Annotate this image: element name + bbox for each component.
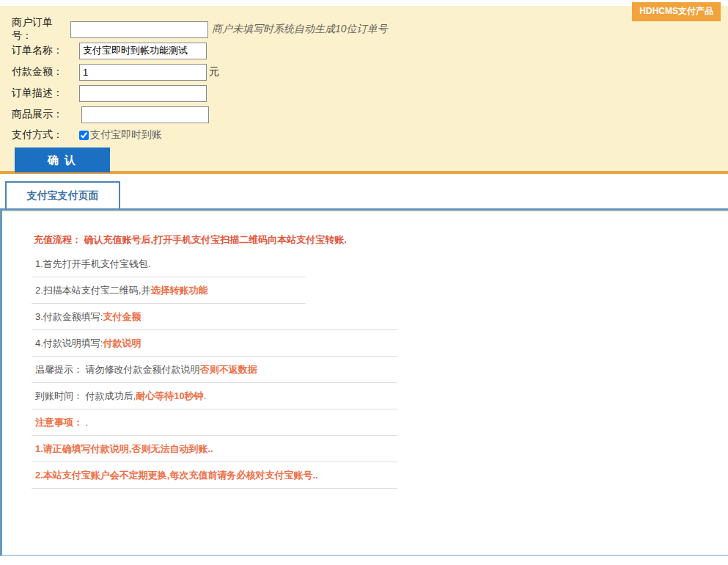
list-item: 温馨提示： 请勿修改付款金额付款说明否则不返数据 [32,357,397,383]
amount-unit: 元 [209,65,219,79]
item-text: . [204,390,207,401]
item-text: 1.首先打开手机支付宝钱包. [35,258,150,269]
list-item: 3.付款金额填写:支付金额 [32,304,397,330]
merchant-order-input[interactable] [70,21,208,38]
alipay-instructions-panel: 充值流程： 确认充值账号后,打开手机支付宝扫描二维码向本站支付宝转账. 1.首先… [0,208,728,556]
tab-alipay-payment-page[interactable]: 支付宝支付页面 [5,181,120,208]
instruction-list: 1.首先打开手机支付宝钱包.2.扫描本站支付宝二维码,并选择转账功能3.付款金额… [32,251,728,489]
item-emphasis-text: 支付金额 [103,311,141,322]
alipay-instant-checkbox[interactable] [79,131,89,140]
form-row-order-name: 订单名称： [12,42,728,59]
divider-accent-line [2,211,728,212]
payment-method-label: 支付方式： [12,128,70,142]
alipay-instant-checkbox-label: 支付宝即时到账 [90,128,162,142]
list-item: 2.本站支付宝账户会不定期更换,每次充值前请务必核对支付宝账号.. [32,462,397,489]
item-emphasis-text: 注意事项： [35,417,83,428]
item-text: 4.付款说明填写: [35,338,103,349]
item-emphasis-text: 否则不返数据 [200,364,257,375]
list-item: 1.请正确填写付款说明,否则无法自动到账.. [32,436,397,462]
order-name-input[interactable] [79,43,207,59]
order-desc-input[interactable] [79,85,207,102]
product-display-label: 商品展示： [12,108,70,121]
item-emphasis-text: 选择转账功能 [150,285,207,296]
list-item: 1.首先打开手机支付宝钱包. [32,251,306,277]
list-item: 到账时间： 付款成功后,耐心等待10秒钟. [32,383,397,409]
confirm-button[interactable]: 确 认 [15,147,110,172]
item-text: . [83,417,88,428]
form-row-amount: 付款金额： 元 [12,63,728,81]
item-text: 3.付款金额填写: [35,311,103,322]
form-row-merchant-order: 商户订单号： 商户未填写时系统自动生成10位订单号 [12,21,728,38]
recharge-process-headline: 充值流程： 确认充值账号后,打开手机支付宝扫描二维码向本站支付宝转账. [34,233,728,247]
order-name-label: 订单名称： [12,44,70,57]
item-text: 温馨提示： 请勿修改付款金额付款说明 [35,364,200,375]
merchant-order-label: 商户订单号： [12,16,70,43]
amount-input[interactable] [79,64,207,81]
form-row-product-display: 商品展示： [12,106,728,123]
form-row-payment-method: 支付方式： 支付宝即时到账 [12,127,728,143]
amount-label: 付款金额： [12,65,70,79]
payment-form-panel: 商户订单号： 商户未填写时系统自动生成10位订单号 订单名称： 付款金额： 元 … [0,6,728,174]
form-row-order-desc: 订单描述： [12,84,728,102]
item-emphasis-text: 2.本站支付宝账户会不定期更换,每次充值前请务必核对支付宝账号.. [35,470,318,481]
item-text: 到账时间： 付款成功后, [35,390,136,401]
list-item: 2.扫描本站支付宝二维码,并选择转账功能 [32,277,306,304]
product-display-input[interactable] [81,106,209,123]
order-desc-label: 订单描述： [12,87,70,100]
item-emphasis-text: 耐心等待10秒钟 [136,390,203,401]
item-emphasis-text: 1.请正确填写付款说明,否则无法自动到账.. [35,443,213,454]
merchant-order-note: 商户未填写时系统自动生成10位订单号 [212,23,388,36]
item-emphasis-text: 付款说明 [103,338,141,349]
list-item: 4.付款说明填写:付款说明 [32,330,397,357]
brand-badge: HDHCMS支付产品 [632,2,721,21]
list-item: 注意事项： . [32,409,397,436]
item-text: 2.扫描本站支付宝二维码,并 [35,285,150,296]
